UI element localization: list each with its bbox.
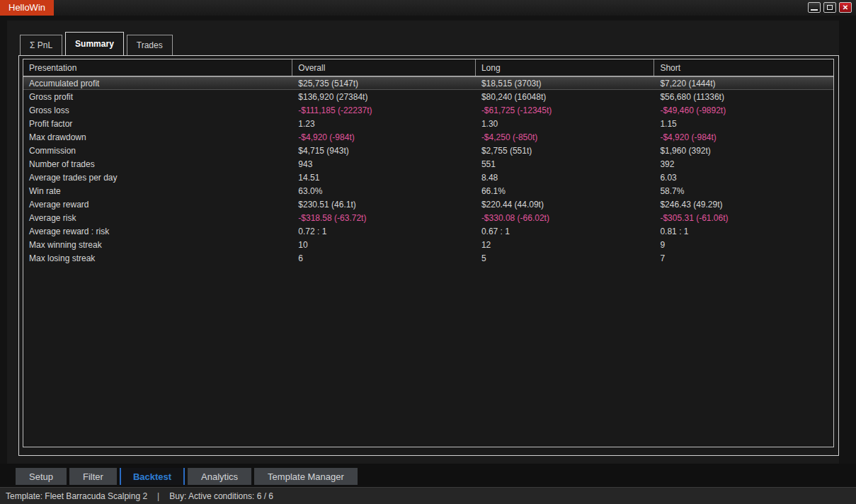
metric-value: 63.0% (292, 184, 476, 197)
table-row-gross-profit[interactable]: Gross profit$136,920 (27384t)$80,240 (16… (23, 90, 833, 103)
metric-label: Number of trades (23, 157, 292, 171)
table-row-average-trades-per-day[interactable]: Average trades per day14.518.486.03 (23, 171, 833, 184)
metric-label: Commission (23, 144, 292, 157)
metric-value: 6 (292, 251, 476, 265)
metric-value: -$305.31 (-61.06t) (654, 211, 833, 224)
minimize-button[interactable] (808, 2, 821, 13)
status-template-label: Template: Fleet Barracuda Scalping 2 (6, 491, 147, 501)
table-row-accumulated-profit[interactable]: Accumulated profit$25,735 (5147t)$18,515… (23, 76, 833, 90)
metric-value: $246.43 (49.29t) (654, 197, 833, 211)
metric-value: 10 (292, 238, 476, 251)
metric-value: 392 (654, 157, 833, 171)
metric-value: $136,920 (27384t) (292, 90, 476, 103)
table-row-max-winning-streak[interactable]: Max winning streak10129 (23, 238, 833, 251)
metric-label: Average risk (23, 211, 292, 224)
metric-label: Average reward : risk (23, 224, 292, 238)
maximize-icon (827, 5, 833, 10)
title-bar: HelloWin ✕ (0, 0, 856, 16)
metric-label: Accumulated profit (23, 77, 292, 89)
metric-label: Max winning streak (23, 238, 292, 251)
top-tabs: Σ PnLSummaryTrades (20, 32, 176, 55)
metric-value: 1.30 (476, 117, 655, 130)
column-header-long[interactable]: Long (476, 59, 655, 76)
metric-value: 5 (476, 251, 655, 265)
metric-value: $1,960 (392t) (654, 144, 833, 157)
metric-value: 1.23 (292, 117, 476, 130)
metric-value: -$318.58 (-63.72t) (292, 211, 476, 224)
minimize-icon (811, 9, 818, 11)
table-row-profit-factor[interactable]: Profit factor1.231.301.15 (23, 117, 833, 130)
metric-value: 7 (654, 251, 833, 265)
table-row-gross-loss[interactable]: Gross loss-$111,185 (-22237t)-$61,725 (-… (23, 103, 833, 117)
tab-trades[interactable]: Trades (127, 35, 173, 55)
bottom-tab-backtest[interactable]: Backtest (120, 468, 185, 485)
table-header-row: PresentationOverallLongShort (23, 59, 833, 76)
metric-label: Average trades per day (23, 171, 292, 184)
table-row-average-risk[interactable]: Average risk-$318.58 (-63.72t)-$330.08 (… (23, 211, 833, 224)
metric-value: 1.15 (654, 117, 833, 130)
status-bar: Template: Fleet Barracuda Scalping 2 | B… (0, 487, 856, 504)
metric-value: -$4,920 (-984t) (654, 130, 833, 144)
status-separator: | (157, 491, 159, 501)
metric-value: $18,515 (3703t) (476, 77, 655, 89)
bottom-tab-setup[interactable]: Setup (16, 468, 67, 485)
metric-value: 0.72 : 1 (292, 224, 476, 238)
summary-table: PresentationOverallLongShort Accumulated… (23, 59, 834, 447)
metric-value: -$111,185 (-22237t) (292, 103, 476, 117)
metric-value: $80,240 (16048t) (476, 90, 655, 103)
close-icon: ✕ (843, 4, 848, 11)
metric-label: Average reward (23, 197, 292, 211)
metric-value: $220.44 (44.09t) (476, 197, 655, 211)
metric-value: 943 (292, 157, 476, 171)
metric-value: $4,715 (943t) (292, 144, 476, 157)
metric-value: 9 (654, 238, 833, 251)
metric-label: Profit factor (23, 117, 292, 130)
summary-tab-content: PresentationOverallLongShort Accumulated… (18, 55, 839, 456)
metric-value: -$61,725 (-12345t) (476, 103, 655, 117)
metric-value: 0.67 : 1 (476, 224, 655, 238)
metric-value: -$4,920 (-984t) (292, 130, 476, 144)
metric-value: -$49,460 (-9892t) (654, 103, 833, 117)
metric-value: $56,680 (11336t) (654, 90, 833, 103)
metric-value: -$4,250 (-850t) (476, 130, 655, 144)
metric-label: Win rate (23, 184, 292, 197)
table-body: Accumulated profit$25,735 (5147t)$18,515… (23, 76, 833, 265)
window-title: HelloWin (0, 0, 54, 16)
column-header-overall[interactable]: Overall (292, 59, 476, 76)
bottom-tab-template-manager[interactable]: Template Manager (254, 468, 358, 485)
bottom-tabs: SetupFilterBacktestAnalyticsTemplate Man… (16, 468, 358, 485)
metric-value: 12 (476, 238, 655, 251)
table-row-max-drawdown[interactable]: Max drawdown-$4,920 (-984t)-$4,250 (-850… (23, 130, 833, 144)
metric-value: 8.48 (476, 171, 655, 184)
metric-value: 14.51 (292, 171, 476, 184)
metric-label: Max drawdown (23, 130, 292, 144)
table-row-commission[interactable]: Commission$4,715 (943t)$2,755 (551t)$1,9… (23, 144, 833, 157)
tab-pnl[interactable]: Σ PnL (20, 35, 62, 55)
bottom-tab-analytics[interactable]: Analytics (188, 468, 251, 485)
table-row-win-rate[interactable]: Win rate63.0%66.1%58.7% (23, 184, 833, 197)
metric-label: Max losing streak (23, 251, 292, 265)
metric-value: $2,755 (551t) (476, 144, 655, 157)
metric-value: $230.51 (46.1t) (292, 197, 476, 211)
bottom-tab-filter[interactable]: Filter (69, 468, 117, 485)
main-panel: Σ PnLSummaryTrades PresentationOverallLo… (7, 21, 839, 464)
table-row-average-reward[interactable]: Average reward$230.51 (46.1t)$220.44 (44… (23, 197, 833, 211)
metric-value: -$330.08 (-66.02t) (476, 211, 655, 224)
bottom-tab-strip: SetupFilterBacktestAnalyticsTemplate Man… (0, 464, 856, 487)
status-buy-conditions: Buy: Active conditions: 6 / 6 (169, 491, 273, 501)
table-row-average-reward-risk[interactable]: Average reward : risk0.72 : 10.67 : 10.8… (23, 224, 833, 238)
table-row-max-losing-streak[interactable]: Max losing streak657 (23, 251, 833, 265)
close-button[interactable]: ✕ (839, 2, 852, 13)
metric-label: Gross loss (23, 103, 292, 117)
table-row-number-of-trades[interactable]: Number of trades943551392 (23, 157, 833, 171)
metric-value: 0.81 : 1 (654, 224, 833, 238)
metric-value: 58.7% (654, 184, 833, 197)
metric-value: 6.03 (654, 171, 833, 184)
tab-summary[interactable]: Summary (65, 32, 124, 55)
metric-value: $7,220 (1444t) (654, 77, 833, 89)
window-controls: ✕ (808, 2, 852, 13)
maximize-button[interactable] (823, 2, 836, 13)
metric-value: $25,735 (5147t) (292, 77, 476, 89)
column-header-presentation[interactable]: Presentation (23, 59, 292, 76)
column-header-short[interactable]: Short (654, 59, 833, 76)
